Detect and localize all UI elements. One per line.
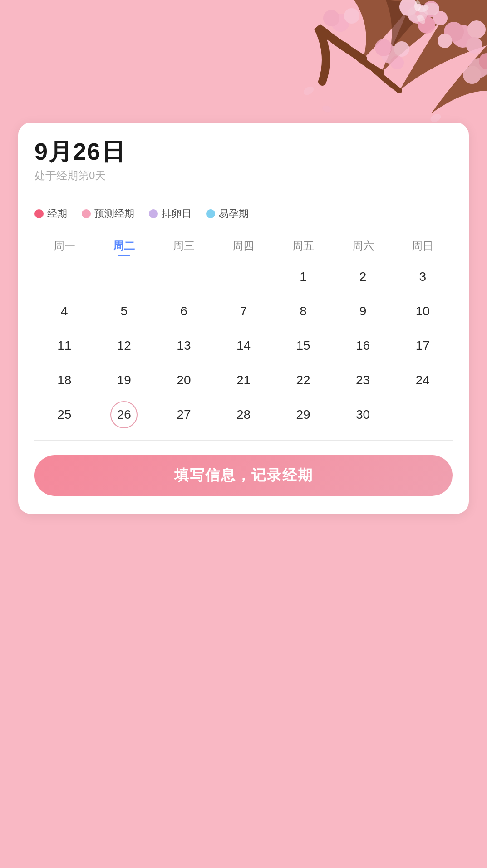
weekday-sun: 周日 (393, 235, 453, 257)
calendar-day-13[interactable]: 13 (154, 329, 214, 362)
svg-point-16 (390, 56, 404, 69)
svg-point-19 (463, 66, 481, 84)
legend-dot-fertile (206, 209, 215, 218)
calendar-day-16[interactable]: 16 (333, 329, 393, 362)
header-divider (34, 196, 453, 196)
legend-item-period: 经期 (34, 207, 67, 221)
svg-point-11 (466, 37, 482, 54)
calendar-day-17[interactable]: 17 (393, 329, 453, 362)
calendar-day-12[interactable]: 12 (94, 329, 154, 362)
calendar-day-18[interactable]: 18 (34, 364, 94, 397)
calendar-day-25[interactable]: 25 (34, 398, 94, 431)
calendar-day-7[interactable]: 7 (214, 295, 274, 328)
date-title: 9月26日 (34, 139, 453, 165)
weekday-wed: 周三 (154, 235, 214, 257)
legend-item-predicted: 预测经期 (82, 207, 134, 221)
svg-point-12 (438, 34, 452, 48)
calendar-empty-cell (154, 260, 214, 293)
legend-label-predicted: 预测经期 (94, 207, 134, 221)
calendar-day-9[interactable]: 9 (333, 295, 393, 328)
calendar-day-1[interactable]: 1 (273, 260, 333, 293)
calendar-day-26[interactable]: 26 (94, 398, 154, 431)
legend-dot-predicted (82, 209, 91, 218)
svg-point-9 (467, 20, 486, 39)
calendar-day-2[interactable]: 2 (333, 260, 393, 293)
svg-point-15 (375, 39, 392, 56)
svg-point-14 (394, 41, 409, 57)
legend-label-ovulation: 排卵日 (162, 207, 192, 221)
legend-label-fertile: 易孕期 (219, 207, 249, 221)
legend: 经期 预测经期 排卵日 易孕期 (34, 207, 453, 221)
bottom-divider (34, 440, 453, 441)
calendar-day-19[interactable]: 19 (94, 364, 154, 397)
calendar-body: 1234567891011121314151617181920212223242… (34, 260, 453, 431)
calendar-day-28[interactable]: 28 (214, 398, 274, 431)
calendar-day-30[interactable]: 30 (333, 398, 393, 431)
calendar-day-10[interactable]: 10 (393, 295, 453, 328)
weekday-sat: 周六 (333, 235, 393, 257)
calendar-day-20[interactable]: 20 (154, 364, 214, 397)
weekday-tue: 周二 (94, 235, 154, 257)
calendar: 周一 周二 周三 周四 周五 周六 周日 1234567891011121314… (34, 235, 453, 431)
date-subtitle: 处于经期第0天 (34, 168, 453, 183)
calendar-day-6[interactable]: 6 (154, 295, 214, 328)
main-card: 9月26日 处于经期第0天 经期 预测经期 排卵日 易孕期 周一 周二 周三 周… (18, 123, 469, 514)
calendar-day-14[interactable]: 14 (214, 329, 274, 362)
svg-point-31 (415, 11, 420, 16)
legend-item-ovulation: 排卵日 (149, 207, 192, 221)
calendar-day-27[interactable]: 27 (154, 398, 214, 431)
legend-dot-ovulation (149, 209, 158, 218)
calendar-empty-cell (393, 398, 453, 431)
calendar-day-11[interactable]: 11 (34, 329, 94, 362)
weekday-fri: 周五 (273, 235, 333, 257)
legend-item-fertile: 易孕期 (206, 207, 249, 221)
calendar-day-22[interactable]: 22 (273, 364, 333, 397)
record-period-button[interactable]: 填写信息，记录经期 (34, 455, 453, 496)
legend-label-period: 经期 (47, 207, 67, 221)
weekday-mon: 周一 (34, 235, 94, 257)
calendar-empty-cell (94, 260, 154, 293)
calendar-day-21[interactable]: 21 (214, 364, 274, 397)
calendar-empty-cell (214, 260, 274, 293)
calendar-day-5[interactable]: 5 (94, 295, 154, 328)
calendar-day-24[interactable]: 24 (393, 364, 453, 397)
calendar-day-15[interactable]: 15 (273, 329, 333, 362)
calendar-day-23[interactable]: 23 (333, 364, 393, 397)
svg-point-22 (323, 10, 339, 26)
calendar-day-8[interactable]: 8 (273, 295, 333, 328)
calendar-day-4[interactable]: 4 (34, 295, 94, 328)
svg-point-21 (344, 8, 359, 24)
legend-dot-period (34, 209, 44, 218)
calendar-empty-cell (34, 260, 94, 293)
calendar-day-29[interactable]: 29 (273, 398, 333, 431)
calendar-weekday-header: 周一 周二 周三 周四 周五 周六 周日 (34, 235, 453, 257)
weekday-thu: 周四 (214, 235, 274, 257)
calendar-day-3[interactable]: 3 (393, 260, 453, 293)
